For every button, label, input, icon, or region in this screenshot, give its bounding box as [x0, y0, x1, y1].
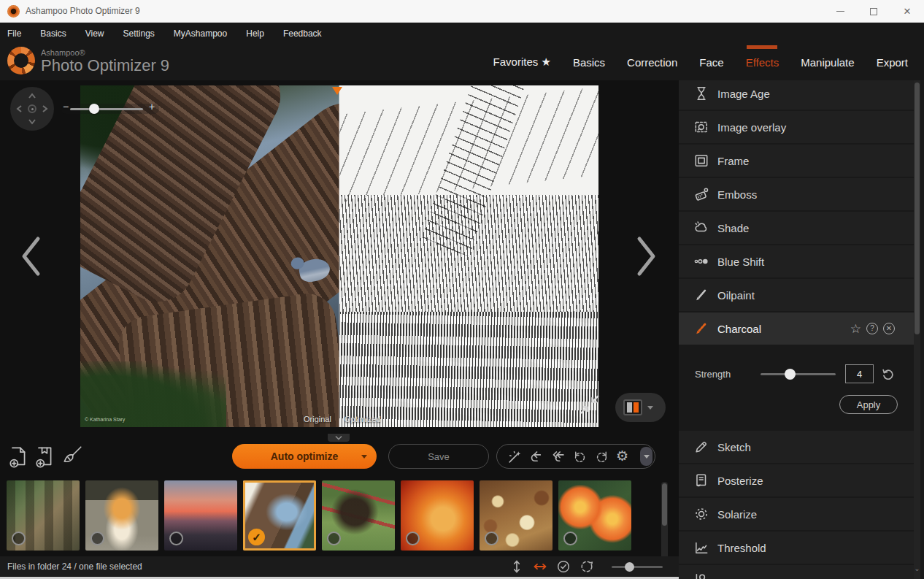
thumbnail-size-slider-thumb[interactable]: [625, 562, 634, 572]
clear-list-button[interactable]: [61, 444, 83, 467]
thumbnail-5-select-badge[interactable]: [327, 532, 341, 545]
select-all-button[interactable]: [556, 559, 571, 574]
pan-center-icon[interactable]: [28, 104, 36, 113]
effects-scrollbar[interactable]: [914, 80, 920, 579]
help-icon[interactable]: ?: [866, 323, 878, 334]
menu-basics[interactable]: Basics: [40, 28, 66, 39]
effect-item-posterize[interactable]: Posterize: [679, 464, 914, 496]
effect-item-sketch[interactable]: Sketch: [679, 431, 914, 463]
pan-left-icon[interactable]: [15, 104, 24, 113]
scroll-down-caret-icon[interactable]: ⌄: [913, 564, 921, 575]
effects-scrollbar-thumb[interactable]: [915, 83, 920, 334]
menu-view[interactable]: View: [85, 28, 104, 39]
thumbnail-4-selected-badge[interactable]: ✓: [248, 529, 265, 545]
thumbnail-2-select-badge[interactable]: [91, 532, 104, 545]
tab-basics[interactable]: Basics: [573, 45, 605, 80]
pan-right-icon[interactable]: [40, 104, 49, 113]
tab-face[interactable]: Face: [699, 45, 723, 80]
thumbnail-6[interactable]: [401, 480, 474, 551]
effect-item-image-overlay[interactable]: Image overlay: [679, 111, 914, 143]
favorite-star-icon[interactable]: ☆: [850, 321, 861, 337]
minimize-button[interactable]: [823, 0, 857, 23]
zoom-slider-track[interactable]: [70, 108, 143, 110]
tab-effects[interactable]: Effects: [746, 45, 779, 80]
menu-settings[interactable]: Settings: [123, 28, 154, 39]
tab-favorites[interactable]: Favorites ★: [493, 45, 551, 80]
image-viewer[interactable]: Original Optimized © Katharina Stary: [80, 85, 598, 427]
auto-optimize-caret-icon[interactable]: [361, 455, 367, 459]
save-button[interactable]: Save: [388, 444, 489, 469]
split-handle-icon[interactable]: [332, 87, 342, 95]
thumbnail-3-select-badge[interactable]: [169, 532, 183, 545]
rotate-left-icon[interactable]: [572, 449, 588, 464]
thumbnail-7-select-badge[interactable]: [485, 532, 498, 545]
thumbnail-6-select-badge[interactable]: [406, 532, 420, 545]
compare-split-divider[interactable]: [339, 85, 340, 427]
tab-correction[interactable]: Correction: [627, 45, 677, 80]
auto-optimize-button[interactable]: Auto optimize: [232, 444, 377, 469]
magic-wand-icon[interactable]: [507, 449, 522, 464]
thumbnail-8[interactable]: [558, 480, 631, 551]
brand: Ashampoo® Photo Optimizer 9: [7, 47, 169, 74]
thumbnail-8-select-badge[interactable]: [563, 532, 577, 545]
settings-gear-icon[interactable]: ⚙: [616, 449, 628, 464]
pan-down-icon[interactable]: [28, 117, 36, 126]
rotate-right-icon[interactable]: [594, 449, 609, 464]
effect-item-image-age[interactable]: Image Age: [679, 80, 914, 110]
effect-item-partial[interactable]: [679, 565, 914, 579]
thumbnail-1[interactable]: [7, 480, 80, 551]
title-bar[interactable]: Ashampoo Photo Optimizer 9 ✕: [0, 0, 924, 23]
tools-more-button[interactable]: [640, 447, 652, 466]
reset-strength-icon[interactable]: [881, 367, 896, 381]
thumbnail-7[interactable]: [480, 480, 553, 551]
undo-all-icon[interactable]: [550, 449, 566, 464]
thumbnail-5[interactable]: [322, 480, 395, 551]
thumbnail-scrollbar-thumb[interactable]: [662, 483, 667, 526]
compare-view-mode-button[interactable]: [615, 393, 666, 422]
zoom-in-button[interactable]: +: [149, 101, 155, 112]
effect-item-emboss[interactable]: Emboss: [679, 178, 914, 210]
pan-up-icon[interactable]: [28, 92, 36, 101]
undo-icon[interactable]: [528, 449, 544, 464]
effect-item-frame[interactable]: Frame: [679, 145, 914, 177]
menu-help[interactable]: Help: [246, 28, 264, 39]
fit-to-screen-button[interactable]: [578, 393, 601, 416]
effect-item-blue-shift[interactable]: Blue Shift: [679, 245, 914, 277]
refresh-thumbnails-button[interactable]: [580, 559, 594, 574]
partial-effect-icon: [693, 572, 709, 579]
thumbnail-1-select-badge[interactable]: [12, 532, 26, 545]
zoom-slider-thumb[interactable]: [89, 104, 99, 114]
next-image-button[interactable]: [634, 235, 660, 277]
view-mode-caret-icon[interactable]: [647, 406, 653, 410]
app-window: Ashampoo Photo Optimizer 9 ✕ File Basics…: [0, 0, 924, 579]
effect-item-threshold[interactable]: Threshold: [679, 532, 914, 564]
apply-button[interactable]: Apply: [839, 395, 898, 414]
menu-feedback[interactable]: Feedback: [283, 28, 322, 39]
pan-navigator[interactable]: [10, 87, 54, 131]
tab-manipulate[interactable]: Manipulate: [801, 45, 854, 80]
menu-file[interactable]: File: [7, 28, 21, 39]
tab-export[interactable]: Export: [877, 45, 908, 80]
strength-slider-thumb[interactable]: [785, 369, 796, 380]
thumbnail-4-selected[interactable]: ✓: [243, 480, 316, 551]
previous-image-button[interactable]: [18, 235, 44, 277]
strength-value-input[interactable]: 4: [845, 364, 874, 383]
thumbnail-2[interactable]: [85, 480, 158, 551]
effect-item-charcoal-selected[interactable]: Charcoal ☆ ? ✕: [679, 312, 914, 345]
add-folder-button[interactable]: [34, 445, 55, 469]
thumbnail-size-slider-track[interactable]: [612, 566, 663, 568]
collapse-toolbar-button[interactable]: [328, 434, 350, 442]
maximize-button[interactable]: [857, 0, 890, 23]
fit-width-button-active[interactable]: [533, 559, 547, 574]
close-button[interactable]: ✕: [890, 0, 924, 23]
close-effect-icon[interactable]: ✕: [883, 323, 895, 334]
zoom-out-button[interactable]: −: [63, 101, 69, 112]
effect-item-solarize[interactable]: Solarize: [679, 498, 914, 530]
fit-height-button[interactable]: [509, 559, 524, 574]
menu-myashampoo[interactable]: MyAshampoo: [174, 28, 227, 39]
add-image-button[interactable]: [7, 445, 29, 469]
effect-item-oilpaint[interactable]: Oilpaint: [679, 279, 914, 311]
strength-slider-track[interactable]: [761, 373, 836, 375]
effect-item-shade[interactable]: Shade: [679, 212, 914, 244]
thumbnail-3[interactable]: [164, 480, 237, 551]
